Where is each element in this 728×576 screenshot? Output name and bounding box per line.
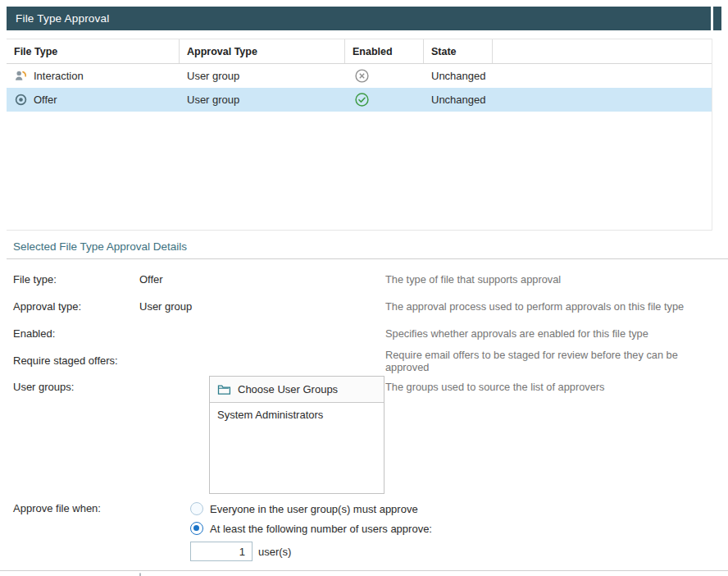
enabled-description: Specifies whether approvals are enabled …	[385, 327, 728, 340]
everyone-radio-label[interactable]: Everyone in the user group(s) must appro…	[210, 503, 418, 515]
cell-approval-type: User group	[180, 94, 345, 106]
cell-state: Unchanged	[424, 94, 493, 106]
titlebar-row: File Type Approval	[7, 7, 721, 30]
offer-icon	[14, 93, 28, 107]
details-section-title: Selected File Type Approval Details	[13, 240, 728, 253]
approver-count-line: user(s)	[190, 542, 728, 561]
user-groups-label: User groups:	[13, 374, 139, 393]
file-type-table: File Type Approval Type Enabled State In…	[7, 39, 721, 231]
file-type-table-main: File Type Approval Type Enabled State In…	[7, 39, 712, 231]
option-at-least[interactable]: At least the following number of users a…	[190, 519, 728, 538]
details-form: File type: Offer The type of file that s…	[13, 266, 728, 576]
form-row-user-groups: User groups: Choose User Groups System A…	[13, 374, 728, 499]
file-type-text: Interaction	[34, 70, 84, 82]
form-row-approve-when: Approve file when: Everyone in the user …	[13, 499, 728, 561]
col-header-state[interactable]: State	[424, 39, 493, 63]
approve-when-options: Everyone in the user group(s) must appro…	[190, 499, 728, 561]
approve-when-label: Approve file when:	[13, 499, 139, 514]
choose-user-groups-label: Choose User Groups	[238, 383, 338, 395]
enabled-label: Enabled:	[13, 327, 139, 340]
approval-type-text: User group	[187, 94, 239, 106]
state-text: Unchanged	[431, 70, 486, 82]
file-type-description: The type of file that supports approval	[385, 273, 728, 286]
form-row-approval-type: Approval type: User group The approval p…	[13, 293, 728, 320]
approver-count-suffix: user(s)	[258, 546, 291, 558]
at-least-radio[interactable]	[190, 522, 203, 535]
user-group-item[interactable]: System Administrators	[217, 409, 376, 423]
table-empty-area	[7, 112, 712, 230]
enabled-circle-check-icon	[354, 92, 370, 107]
form-row-enabled: Enabled: Specifies whether approvals are…	[13, 320, 728, 347]
require-staged-description: Require email offers to be staged for re…	[385, 349, 728, 373]
open-folder-icon	[217, 383, 231, 395]
cell-file-type: Offer	[7, 93, 180, 107]
approval-type-description: The approval process used to perform app…	[385, 300, 728, 313]
state-text: Unchanged	[431, 94, 486, 106]
panel-bottom-border	[0, 570, 728, 571]
approver-count-input[interactable]	[190, 542, 253, 561]
user-groups-description: The groups used to source the list of ap…	[385, 374, 728, 393]
approval-type-text: User group	[187, 70, 239, 82]
require-staged-label: Require staged offers:	[13, 354, 139, 367]
titlebar-corner	[713, 7, 721, 30]
cell-state: Unchanged	[424, 70, 493, 82]
self-approval-checkbox[interactable]	[139, 573, 141, 576]
table-row-interaction[interactable]: Interaction User group Unchanged	[7, 64, 712, 88]
cell-approval-type: User group	[180, 70, 345, 82]
col-header-file-type[interactable]: File Type	[7, 39, 180, 63]
user-groups-list[interactable]: System Administrators	[210, 403, 384, 493]
file-type-label: File type:	[13, 273, 139, 286]
table-vertical-scrollbar[interactable]	[712, 39, 721, 231]
disabled-circle-x-icon	[354, 68, 370, 84]
panel-title: File Type Approval	[7, 7, 711, 30]
option-everyone[interactable]: Everyone in the user group(s) must appro…	[190, 499, 728, 519]
at-least-radio-label[interactable]: At least the following number of users a…	[210, 523, 432, 535]
cell-enabled	[345, 68, 424, 84]
cell-file-type: Interaction	[7, 69, 180, 83]
col-header-filler	[493, 39, 712, 63]
cell-enabled	[345, 92, 424, 107]
interaction-icon	[14, 69, 28, 83]
col-header-approval-type[interactable]: Approval Type	[180, 39, 345, 63]
file-type-text: Offer	[34, 94, 57, 106]
user-groups-box: Choose User Groups System Administrators	[209, 376, 384, 494]
details-divider	[7, 258, 728, 259]
approval-type-label: Approval type:	[13, 300, 139, 313]
file-type-approval-panel: File Type Approval File Type Approval Ty…	[0, 0, 728, 576]
everyone-radio[interactable]	[190, 502, 203, 515]
choose-user-groups-button[interactable]: Choose User Groups	[210, 377, 384, 403]
table-row-offer[interactable]: Offer User group Unchanged	[7, 88, 712, 112]
file-type-value: Offer	[139, 273, 385, 286]
form-row-require-staged: Require staged offers: Require email off…	[13, 347, 728, 374]
approval-type-value: User group	[139, 300, 385, 313]
form-row-self-approval: Allow self-approval: If checked, file ap…	[13, 566, 728, 576]
col-header-enabled[interactable]: Enabled	[345, 39, 424, 63]
form-row-file-type: File type: Offer The type of file that s…	[13, 266, 728, 293]
table-header-row: File Type Approval Type Enabled State	[7, 39, 712, 64]
